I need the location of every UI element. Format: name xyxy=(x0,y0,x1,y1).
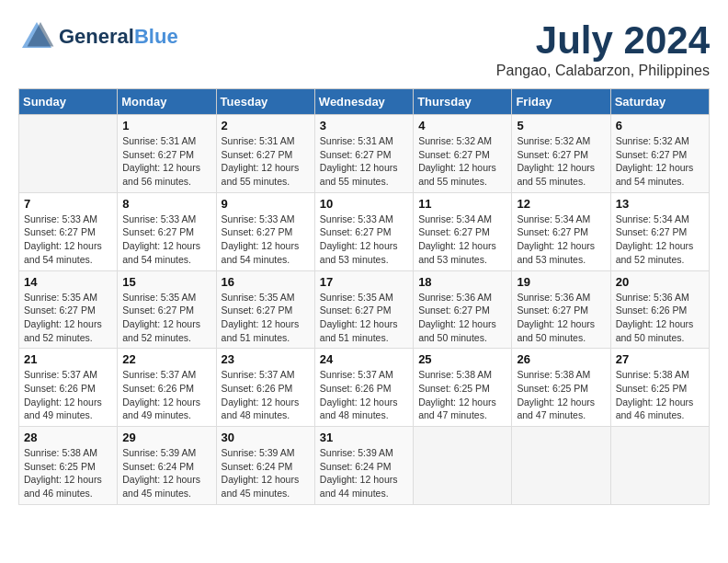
header-cell-monday: Monday xyxy=(118,89,216,115)
day-info: Sunrise: 5:38 AMSunset: 6:25 PMDaylight:… xyxy=(24,446,112,500)
page-header: GeneralBlue July 2024 Pangao, Calabarzon… xyxy=(18,18,710,79)
day-cell xyxy=(512,427,610,505)
calendar-table: SundayMondayTuesdayWednesdayThursdayFrid… xyxy=(18,88,710,505)
week-row-4: 21Sunrise: 5:37 AMSunset: 6:26 PMDayligh… xyxy=(19,349,710,427)
day-info: Sunrise: 5:39 AMSunset: 6:24 PMDaylight:… xyxy=(320,446,408,500)
day-info: Sunrise: 5:33 AMSunset: 6:27 PMDaylight:… xyxy=(122,213,210,267)
day-cell: 26Sunrise: 5:38 AMSunset: 6:25 PMDayligh… xyxy=(512,349,610,427)
day-number: 15 xyxy=(122,275,210,289)
day-cell: 20Sunrise: 5:36 AMSunset: 6:26 PMDayligh… xyxy=(610,270,709,349)
day-info: Sunrise: 5:34 AMSunset: 6:27 PMDaylight:… xyxy=(517,213,605,267)
day-info: Sunrise: 5:31 AMSunset: 6:27 PMDaylight:… xyxy=(320,134,408,189)
day-cell: 14Sunrise: 5:35 AMSunset: 6:27 PMDayligh… xyxy=(19,270,118,349)
header-cell-saturday: Saturday xyxy=(610,89,709,115)
day-info: Sunrise: 5:38 AMSunset: 6:25 PMDaylight:… xyxy=(616,368,704,422)
day-cell: 16Sunrise: 5:35 AMSunset: 6:27 PMDayligh… xyxy=(216,270,314,349)
day-info: Sunrise: 5:32 AMSunset: 6:27 PMDaylight:… xyxy=(418,134,506,189)
day-info: Sunrise: 5:37 AMSunset: 6:26 PMDaylight:… xyxy=(222,368,310,422)
day-number: 17 xyxy=(320,275,408,289)
day-cell: 18Sunrise: 5:36 AMSunset: 6:27 PMDayligh… xyxy=(414,270,512,349)
day-number: 16 xyxy=(222,275,310,289)
day-number: 18 xyxy=(418,275,506,289)
day-number: 5 xyxy=(517,119,605,132)
logo-text: GeneralBlue xyxy=(59,26,178,48)
day-number: 24 xyxy=(320,352,408,366)
day-cell: 19Sunrise: 5:36 AMSunset: 6:27 PMDayligh… xyxy=(512,270,610,349)
day-number: 11 xyxy=(418,197,506,211)
day-cell: 6Sunrise: 5:32 AMSunset: 6:27 PMDaylight… xyxy=(610,115,709,193)
day-number: 1 xyxy=(122,119,210,132)
day-number: 3 xyxy=(320,119,408,132)
title-block: July 2024 Pangao, Calabarzon, Philippine… xyxy=(496,18,710,79)
day-cell: 2Sunrise: 5:31 AMSunset: 6:27 PMDaylight… xyxy=(216,115,314,193)
day-cell: 24Sunrise: 5:37 AMSunset: 6:26 PMDayligh… xyxy=(314,349,413,427)
header-cell-wednesday: Wednesday xyxy=(314,89,413,115)
day-info: Sunrise: 5:35 AMSunset: 6:27 PMDaylight:… xyxy=(222,291,310,345)
day-cell: 21Sunrise: 5:37 AMSunset: 6:26 PMDayligh… xyxy=(19,349,118,427)
day-info: Sunrise: 5:32 AMSunset: 6:27 PMDaylight:… xyxy=(616,134,704,189)
day-number: 2 xyxy=(222,119,310,132)
day-info: Sunrise: 5:35 AMSunset: 6:27 PMDaylight:… xyxy=(122,291,210,345)
day-cell: 29Sunrise: 5:39 AMSunset: 6:24 PMDayligh… xyxy=(118,427,216,505)
day-cell: 31Sunrise: 5:39 AMSunset: 6:24 PMDayligh… xyxy=(314,427,413,505)
day-number: 12 xyxy=(517,197,605,211)
day-info: Sunrise: 5:36 AMSunset: 6:27 PMDaylight:… xyxy=(517,291,605,345)
day-info: Sunrise: 5:34 AMSunset: 6:27 PMDaylight:… xyxy=(418,213,506,267)
day-cell xyxy=(19,115,118,193)
day-info: Sunrise: 5:33 AMSunset: 6:27 PMDaylight:… xyxy=(320,213,408,267)
day-number: 19 xyxy=(517,275,605,289)
week-row-1: 1Sunrise: 5:31 AMSunset: 6:27 PMDaylight… xyxy=(19,115,710,193)
day-info: Sunrise: 5:37 AMSunset: 6:26 PMDaylight:… xyxy=(122,368,210,422)
day-number: 8 xyxy=(122,197,210,211)
day-cell: 10Sunrise: 5:33 AMSunset: 6:27 PMDayligh… xyxy=(314,192,413,270)
day-number: 25 xyxy=(418,352,506,366)
day-info: Sunrise: 5:36 AMSunset: 6:27 PMDaylight:… xyxy=(418,291,506,345)
day-info: Sunrise: 5:38 AMSunset: 6:25 PMDaylight:… xyxy=(418,368,506,422)
day-cell: 8Sunrise: 5:33 AMSunset: 6:27 PMDaylight… xyxy=(118,192,216,270)
day-cell: 30Sunrise: 5:39 AMSunset: 6:24 PMDayligh… xyxy=(216,427,314,505)
day-cell: 23Sunrise: 5:37 AMSunset: 6:26 PMDayligh… xyxy=(216,349,314,427)
day-info: Sunrise: 5:39 AMSunset: 6:24 PMDaylight:… xyxy=(222,446,310,500)
day-number: 21 xyxy=(24,352,112,366)
week-row-5: 28Sunrise: 5:38 AMSunset: 6:25 PMDayligh… xyxy=(19,427,710,505)
day-cell: 1Sunrise: 5:31 AMSunset: 6:27 PMDaylight… xyxy=(118,115,216,193)
day-info: Sunrise: 5:37 AMSunset: 6:26 PMDaylight:… xyxy=(24,368,112,422)
day-cell: 13Sunrise: 5:34 AMSunset: 6:27 PMDayligh… xyxy=(610,192,709,270)
header-cell-sunday: Sunday xyxy=(19,89,118,115)
day-number: 31 xyxy=(320,431,408,444)
day-cell: 3Sunrise: 5:31 AMSunset: 6:27 PMDaylight… xyxy=(314,115,413,193)
logo-icon xyxy=(18,18,55,55)
month-title: July 2024 xyxy=(496,18,710,63)
day-info: Sunrise: 5:33 AMSunset: 6:27 PMDaylight:… xyxy=(222,213,310,267)
day-cell: 15Sunrise: 5:35 AMSunset: 6:27 PMDayligh… xyxy=(118,270,216,349)
day-number: 28 xyxy=(24,431,112,444)
day-info: Sunrise: 5:37 AMSunset: 6:26 PMDaylight:… xyxy=(320,368,408,422)
day-info: Sunrise: 5:36 AMSunset: 6:26 PMDaylight:… xyxy=(616,291,704,345)
day-info: Sunrise: 5:32 AMSunset: 6:27 PMDaylight:… xyxy=(517,134,605,189)
day-cell: 5Sunrise: 5:32 AMSunset: 6:27 PMDaylight… xyxy=(512,115,610,193)
day-number: 10 xyxy=(320,197,408,211)
day-cell: 27Sunrise: 5:38 AMSunset: 6:25 PMDayligh… xyxy=(610,349,709,427)
day-number: 4 xyxy=(418,119,506,132)
day-number: 30 xyxy=(222,431,310,444)
week-row-2: 7Sunrise: 5:33 AMSunset: 6:27 PMDaylight… xyxy=(19,192,710,270)
day-number: 6 xyxy=(616,119,704,132)
day-number: 23 xyxy=(222,352,310,366)
header-cell-friday: Friday xyxy=(512,89,610,115)
header-cell-thursday: Thursday xyxy=(414,89,512,115)
day-cell: 7Sunrise: 5:33 AMSunset: 6:27 PMDaylight… xyxy=(19,192,118,270)
header-cell-tuesday: Tuesday xyxy=(216,89,314,115)
day-number: 13 xyxy=(616,197,704,211)
day-cell xyxy=(610,427,709,505)
day-number: 14 xyxy=(24,275,112,289)
day-info: Sunrise: 5:33 AMSunset: 6:27 PMDaylight:… xyxy=(24,213,112,267)
day-cell: 9Sunrise: 5:33 AMSunset: 6:27 PMDaylight… xyxy=(216,192,314,270)
day-cell: 28Sunrise: 5:38 AMSunset: 6:25 PMDayligh… xyxy=(19,427,118,505)
day-number: 7 xyxy=(24,197,112,211)
logo: GeneralBlue xyxy=(18,18,178,55)
day-number: 9 xyxy=(222,197,310,211)
day-info: Sunrise: 5:38 AMSunset: 6:25 PMDaylight:… xyxy=(517,368,605,422)
day-number: 27 xyxy=(616,352,704,366)
day-info: Sunrise: 5:31 AMSunset: 6:27 PMDaylight:… xyxy=(122,134,210,189)
day-info: Sunrise: 5:35 AMSunset: 6:27 PMDaylight:… xyxy=(320,291,408,345)
